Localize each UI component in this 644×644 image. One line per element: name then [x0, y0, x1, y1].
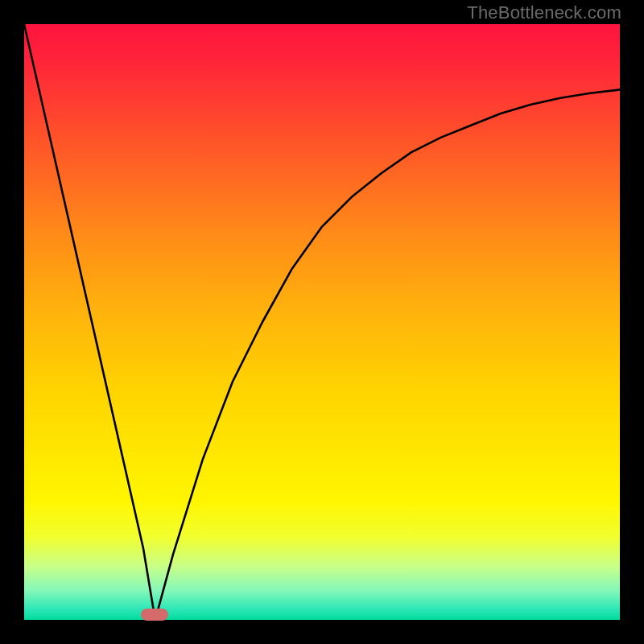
watermark-text: TheBottleneck.com [467, 2, 621, 23]
curve-svg [24, 24, 620, 620]
plot-area [24, 24, 620, 620]
highlight-marker [141, 609, 168, 621]
chart-frame: TheBottleneck.com [0, 0, 644, 644]
bottleneck-curve [24, 24, 620, 620]
